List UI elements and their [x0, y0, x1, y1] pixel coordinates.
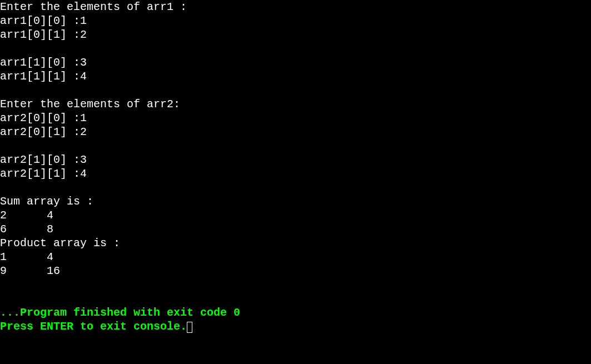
output-line: Product array is :: [0, 236, 591, 250]
output-line: [0, 278, 591, 292]
output-line: [0, 181, 591, 195]
output-line: arr1[0][1] :2: [0, 28, 591, 42]
output-line: 9 16: [0, 264, 591, 278]
output-line: 6 8: [0, 222, 591, 236]
output-line: arr2[0][1] :2: [0, 125, 591, 139]
output-line: arr1[0][0] :1: [0, 14, 591, 28]
status-line: ...Program finished with exit code 0: [0, 306, 591, 320]
output-line: [0, 42, 591, 56]
output-line: [0, 292, 591, 306]
output-line: Enter the elements of arr2:: [0, 97, 591, 111]
output-line: [0, 83, 591, 97]
terminal-output[interactable]: Enter the elements of arr1 :arr1[0][0] :…: [0, 0, 591, 333]
output-line: 2 4: [0, 208, 591, 222]
output-line: Sum array is :: [0, 195, 591, 208]
output-line: arr2[0][0] :1: [0, 111, 591, 125]
status-line: Press ENTER to exit console.: [0, 320, 591, 333]
output-line: Enter the elements of arr1 :: [0, 0, 591, 14]
cursor-icon: [187, 322, 192, 333]
output-line: arr2[1][0] :3: [0, 153, 591, 167]
output-line: arr1[1][1] :4: [0, 69, 591, 83]
output-line: 1 4: [0, 250, 591, 264]
output-line: [0, 139, 591, 153]
output-line: arr1[1][0] :3: [0, 56, 591, 69]
output-line: arr2[1][1] :4: [0, 167, 591, 181]
